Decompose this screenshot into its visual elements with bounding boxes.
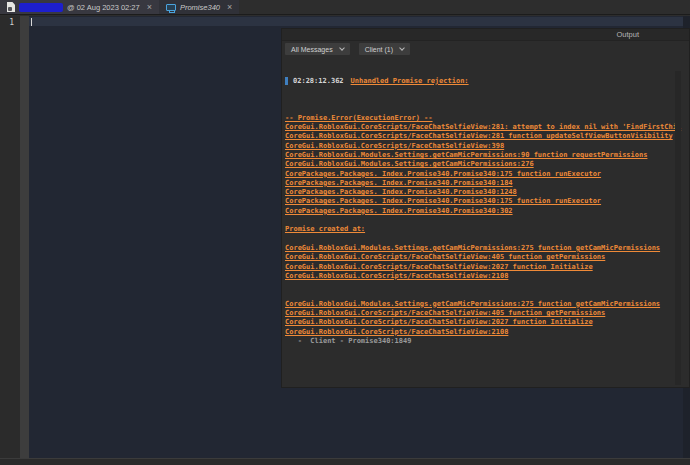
chevron-down-icon xyxy=(339,45,345,51)
log-line[interactable]: CorePackages.Packages._Index.Promise340.… xyxy=(285,207,682,216)
dropdown-label: All Messages xyxy=(291,46,333,53)
log-line[interactable]: CoreGui.RobloxGui.CoreScripts/FaceChatSe… xyxy=(285,272,682,281)
client-monitor-icon xyxy=(166,4,176,11)
log-line[interactable]: CoreGui.RobloxGui.Modules.Settings.getCa… xyxy=(285,244,682,253)
output-panel: Output All Messages Client (1) 02:28:12.… xyxy=(281,28,690,388)
log-line[interactable]: CoreGui.RobloxGui.CoreScripts/FaceChatSe… xyxy=(285,253,682,262)
log-line xyxy=(285,104,682,113)
log-line[interactable]: CorePackages.Packages._Index.Promise340.… xyxy=(285,179,682,188)
dropdown-label: Client (1) xyxy=(365,46,393,53)
tab-label: @ 02 Aug 2023 02:27 xyxy=(67,3,140,12)
log-line[interactable]: CoreGui.RobloxGui.Modules.Settings.getCa… xyxy=(285,160,682,169)
log-line[interactable]: CorePackages.Packages._Index.Promise340.… xyxy=(285,188,682,197)
close-icon[interactable]: × xyxy=(147,3,152,12)
text-caret xyxy=(31,18,32,26)
context-filter-dropdown[interactable]: Client (1) xyxy=(359,43,410,55)
tab-promise340[interactable]: Promise340 × xyxy=(159,0,239,14)
log-line: - Client - Promise340:1849 xyxy=(285,337,682,346)
log-line[interactable]: -- Promise.Error(ExecutionError) -- xyxy=(285,114,682,123)
log-lines: -- Promise.Error(ExecutionError) --CoreG… xyxy=(285,104,682,346)
log-line[interactable]: Promise created at: xyxy=(285,225,682,234)
current-line-highlight xyxy=(29,17,690,26)
script-document-icon xyxy=(7,2,15,12)
log-line[interactable]: CoreGui.RobloxGui.Modules.Settings.getCa… xyxy=(285,151,682,160)
log-line xyxy=(285,290,682,299)
tab-recovered-script[interactable]: @ 02 Aug 2023 02:27 × xyxy=(0,0,159,14)
tab-label: Promise340 xyxy=(180,3,220,12)
output-log: 02:28:12.362 Unhandled Promise rejection… xyxy=(285,58,682,386)
log-line xyxy=(285,216,682,225)
log-line[interactable]: CorePackages.Packages._Index.Promise340.… xyxy=(285,170,682,179)
timestamp: 02:28:12.362 xyxy=(293,77,344,86)
log-line[interactable]: CoreGui.RobloxGui.CoreScripts/FaceChatSe… xyxy=(285,142,682,151)
output-scrollbar[interactable] xyxy=(675,71,681,385)
studio-window: @ 02 Aug 2023 02:27 × Promise340 × 1 Out… xyxy=(0,0,690,465)
log-line[interactable]: CorePackages.Packages._Index.Promise340.… xyxy=(285,197,682,206)
close-icon[interactable]: × xyxy=(227,3,232,12)
log-line[interactable]: CoreGui.RobloxGui.CoreScripts/FaceChatSe… xyxy=(285,123,682,132)
log-line[interactable]: CoreGui.RobloxGui.CoreScripts/FaceChatSe… xyxy=(285,263,682,272)
error-summary-link[interactable]: Unhandled Promise rejection: xyxy=(351,77,469,86)
log-line[interactable]: CoreGui.RobloxGui.Modules.Settings.getCa… xyxy=(285,300,682,309)
output-toolbar: All Messages Client (1) xyxy=(282,41,689,57)
log-line[interactable]: CoreGui.RobloxGui.CoreScripts/FaceChatSe… xyxy=(285,318,682,327)
log-entry-header[interactable]: 02:28:12.362 Unhandled Promise rejection… xyxy=(285,77,682,86)
status-bar xyxy=(0,458,690,465)
tab-bar: @ 02 Aug 2023 02:27 × Promise340 × xyxy=(0,0,690,15)
line-number-gutter: 1 xyxy=(0,16,20,458)
log-line[interactable]: CoreGui.RobloxGui.CoreScripts/FaceChatSe… xyxy=(285,132,682,141)
selection-bar xyxy=(285,77,288,85)
output-panel-title: Output xyxy=(282,29,689,41)
fold-margin xyxy=(20,16,29,458)
chevron-down-icon xyxy=(399,45,405,51)
log-line[interactable]: CoreGui.RobloxGui.CoreScripts/FaceChatSe… xyxy=(285,309,682,318)
line-number: 1 xyxy=(9,18,14,27)
redacted-script-name xyxy=(19,3,63,12)
log-line[interactable]: CoreGui.RobloxGui.CoreScripts/FaceChatSe… xyxy=(285,328,682,337)
message-filter-dropdown[interactable]: All Messages xyxy=(285,43,350,55)
log-line xyxy=(285,281,682,290)
log-line xyxy=(285,235,682,244)
